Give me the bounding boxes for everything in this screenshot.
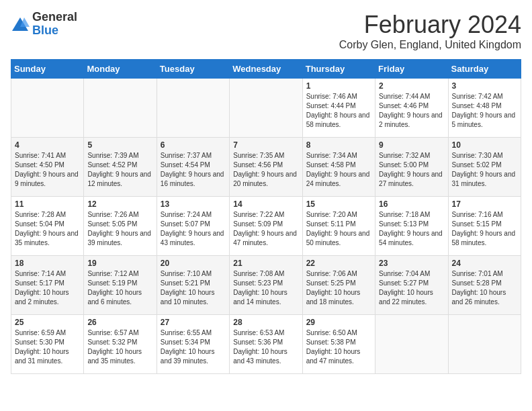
calendar-cell: 26Sunrise: 6:57 AM Sunset: 5:32 PM Dayli…	[84, 315, 157, 374]
calendar-cell: 7Sunrise: 7:35 AM Sunset: 4:56 PM Daylig…	[230, 138, 302, 197]
calendar-cell	[448, 315, 521, 374]
day-number: 1	[306, 81, 371, 91]
calendar-cell: 19Sunrise: 7:12 AM Sunset: 5:19 PM Dayli…	[84, 256, 157, 315]
calendar-body: 1Sunrise: 7:46 AM Sunset: 4:44 PM Daylig…	[11, 79, 521, 374]
header-cell-wednesday: Wednesday	[230, 60, 302, 79]
calendar-cell: 6Sunrise: 7:37 AM Sunset: 4:54 PM Daylig…	[157, 138, 229, 197]
day-number: 9	[379, 140, 444, 150]
day-number: 23	[379, 259, 444, 268]
day-info: Sunrise: 7:22 AM Sunset: 5:09 PM Dayligh…	[233, 210, 298, 248]
day-info: Sunrise: 7:39 AM Sunset: 4:52 PM Dayligh…	[87, 151, 152, 189]
day-number: 6	[161, 140, 226, 150]
day-number: 22	[306, 259, 371, 268]
day-info: Sunrise: 7:26 AM Sunset: 5:05 PM Dayligh…	[87, 210, 152, 248]
day-info: Sunrise: 6:59 AM Sunset: 5:30 PM Dayligh…	[15, 328, 80, 366]
day-info: Sunrise: 6:57 AM Sunset: 5:32 PM Dayligh…	[87, 328, 152, 366]
day-number: 26	[87, 318, 152, 327]
day-info: Sunrise: 6:50 AM Sunset: 5:38 PM Dayligh…	[306, 328, 371, 366]
calendar-cell	[84, 79, 157, 138]
calendar-week-3: 11Sunrise: 7:28 AM Sunset: 5:04 PM Dayli…	[11, 197, 521, 256]
day-info: Sunrise: 7:24 AM Sunset: 5:07 PM Dayligh…	[161, 210, 226, 248]
day-info: Sunrise: 6:55 AM Sunset: 5:34 PM Dayligh…	[161, 328, 226, 366]
calendar-week-5: 25Sunrise: 6:59 AM Sunset: 5:30 PM Dayli…	[11, 315, 521, 374]
day-number: 8	[306, 140, 371, 150]
header-cell-tuesday: Tuesday	[157, 60, 229, 79]
day-number: 20	[161, 259, 226, 268]
calendar-week-4: 18Sunrise: 7:14 AM Sunset: 5:17 PM Dayli…	[11, 256, 521, 315]
calendar-cell: 17Sunrise: 7:16 AM Sunset: 5:15 PM Dayli…	[448, 197, 521, 256]
calendar-cell: 27Sunrise: 6:55 AM Sunset: 5:34 PM Dayli…	[157, 315, 229, 374]
calendar-cell: 2Sunrise: 7:44 AM Sunset: 4:46 PM Daylig…	[375, 79, 448, 138]
logo: General Blue	[11, 11, 77, 38]
day-number: 11	[15, 199, 80, 209]
day-number: 14	[233, 199, 298, 209]
day-info: Sunrise: 7:32 AM Sunset: 5:00 PM Dayligh…	[379, 151, 444, 189]
day-info: Sunrise: 7:04 AM Sunset: 5:27 PM Dayligh…	[379, 269, 444, 307]
logo-text: General Blue	[32, 11, 77, 38]
day-number: 29	[306, 318, 371, 327]
day-info: Sunrise: 7:06 AM Sunset: 5:25 PM Dayligh…	[306, 269, 371, 307]
calendar-cell: 20Sunrise: 7:10 AM Sunset: 5:21 PM Dayli…	[157, 256, 229, 315]
calendar-cell: 22Sunrise: 7:06 AM Sunset: 5:25 PM Dayli…	[302, 256, 375, 315]
header-row: SundayMondayTuesdayWednesdayThursdayFrid…	[11, 60, 521, 79]
day-number: 19	[87, 259, 152, 268]
day-number: 12	[87, 199, 152, 209]
logo-general: General	[32, 11, 77, 24]
day-info: Sunrise: 7:37 AM Sunset: 4:54 PM Dayligh…	[161, 151, 226, 189]
header-cell-saturday: Saturday	[448, 60, 521, 79]
day-info: Sunrise: 7:20 AM Sunset: 5:11 PM Dayligh…	[306, 210, 371, 248]
day-number: 16	[379, 199, 444, 209]
calendar-cell: 8Sunrise: 7:34 AM Sunset: 4:58 PM Daylig…	[302, 138, 375, 197]
day-number: 25	[15, 318, 80, 327]
calendar-cell	[375, 315, 448, 374]
calendar-cell: 12Sunrise: 7:26 AM Sunset: 5:05 PM Dayli…	[84, 197, 157, 256]
calendar-cell: 24Sunrise: 7:01 AM Sunset: 5:28 PM Dayli…	[448, 256, 521, 315]
day-info: Sunrise: 7:14 AM Sunset: 5:17 PM Dayligh…	[15, 269, 80, 307]
title-area: February 2024 Corby Glen, England, Unite…	[339, 11, 521, 51]
calendar-cell: 5Sunrise: 7:39 AM Sunset: 4:52 PM Daylig…	[84, 138, 157, 197]
calendar-cell: 16Sunrise: 7:18 AM Sunset: 5:13 PM Dayli…	[375, 197, 448, 256]
day-number: 21	[233, 259, 298, 268]
day-number: 18	[15, 259, 80, 268]
day-number: 2	[379, 81, 444, 91]
header-cell-thursday: Thursday	[302, 60, 375, 79]
calendar-cell: 21Sunrise: 7:08 AM Sunset: 5:23 PM Dayli…	[230, 256, 302, 315]
day-info: Sunrise: 7:10 AM Sunset: 5:21 PM Dayligh…	[161, 269, 226, 307]
calendar-cell: 3Sunrise: 7:42 AM Sunset: 4:48 PM Daylig…	[448, 79, 521, 138]
calendar-cell	[157, 79, 229, 138]
calendar-cell: 14Sunrise: 7:22 AM Sunset: 5:09 PM Dayli…	[230, 197, 302, 256]
header-cell-monday: Monday	[84, 60, 157, 79]
day-number: 3	[452, 81, 517, 91]
day-info: Sunrise: 7:28 AM Sunset: 5:04 PM Dayligh…	[15, 210, 80, 248]
day-info: Sunrise: 7:42 AM Sunset: 4:48 PM Dayligh…	[452, 92, 517, 130]
day-number: 10	[452, 140, 517, 150]
day-info: Sunrise: 7:01 AM Sunset: 5:28 PM Dayligh…	[452, 269, 517, 307]
day-number: 5	[87, 140, 152, 150]
calendar-week-2: 4Sunrise: 7:41 AM Sunset: 4:50 PM Daylig…	[11, 138, 521, 197]
calendar-cell: 25Sunrise: 6:59 AM Sunset: 5:30 PM Dayli…	[11, 315, 84, 374]
day-number: 28	[233, 318, 298, 327]
day-number: 15	[306, 199, 371, 209]
day-number: 4	[15, 140, 80, 150]
day-info: Sunrise: 7:18 AM Sunset: 5:13 PM Dayligh…	[379, 210, 444, 248]
calendar-cell	[11, 79, 84, 138]
calendar-cell: 9Sunrise: 7:32 AM Sunset: 5:00 PM Daylig…	[375, 138, 448, 197]
header-cell-friday: Friday	[375, 60, 448, 79]
calendar-cell: 10Sunrise: 7:30 AM Sunset: 5:02 PM Dayli…	[448, 138, 521, 197]
day-number: 27	[161, 318, 226, 327]
calendar-cell	[230, 79, 302, 138]
calendar-cell: 29Sunrise: 6:50 AM Sunset: 5:38 PM Dayli…	[302, 315, 375, 374]
page-header: General Blue February 2024 Corby Glen, E…	[11, 11, 521, 51]
day-info: Sunrise: 7:34 AM Sunset: 4:58 PM Dayligh…	[306, 151, 371, 189]
logo-icon	[11, 15, 30, 34]
calendar-week-1: 1Sunrise: 7:46 AM Sunset: 4:44 PM Daylig…	[11, 79, 521, 138]
day-info: Sunrise: 7:44 AM Sunset: 4:46 PM Dayligh…	[379, 92, 444, 130]
calendar-cell: 28Sunrise: 6:53 AM Sunset: 5:36 PM Dayli…	[230, 315, 302, 374]
day-info: Sunrise: 6:53 AM Sunset: 5:36 PM Dayligh…	[233, 328, 298, 366]
calendar-cell: 1Sunrise: 7:46 AM Sunset: 4:44 PM Daylig…	[302, 79, 375, 138]
day-info: Sunrise: 7:35 AM Sunset: 4:56 PM Dayligh…	[233, 151, 298, 189]
calendar-cell: 15Sunrise: 7:20 AM Sunset: 5:11 PM Dayli…	[302, 197, 375, 256]
day-info: Sunrise: 7:30 AM Sunset: 5:02 PM Dayligh…	[452, 151, 517, 189]
day-number: 7	[233, 140, 298, 150]
calendar-header: SundayMondayTuesdayWednesdayThursdayFrid…	[11, 60, 521, 79]
